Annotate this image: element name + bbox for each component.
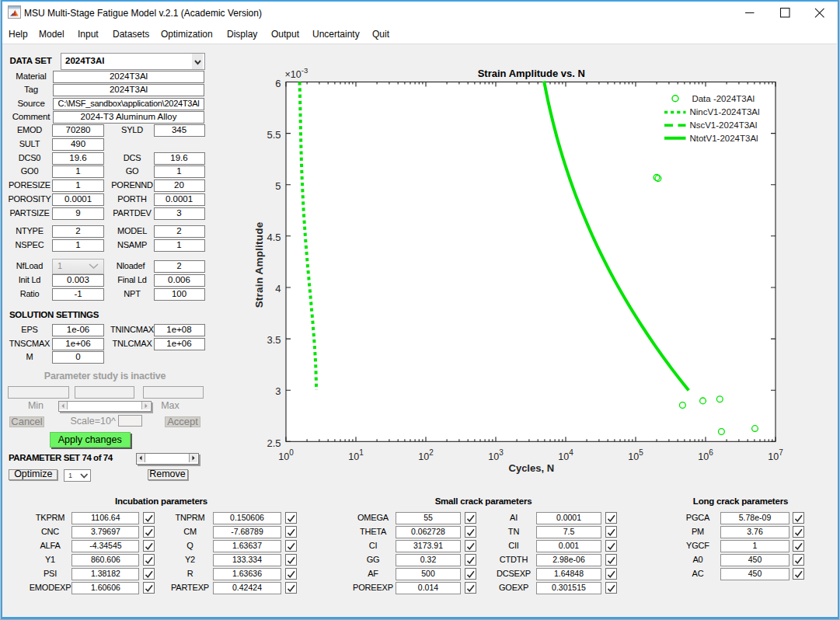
svg-text:5.5: 5.5 <box>267 129 281 141</box>
svg-text:103: 103 <box>488 448 504 462</box>
svg-text:×10-3: ×10-3 <box>285 66 308 80</box>
svg-text:104: 104 <box>558 448 573 462</box>
svg-text:Strain Amplitude vs. N: Strain Amplitude vs. N <box>478 68 585 79</box>
svg-text:Cycles, N: Cycles, N <box>509 462 555 474</box>
svg-text:Data -2024T3Al: Data -2024T3Al <box>692 94 755 103</box>
svg-text:6: 6 <box>275 78 281 89</box>
svg-text:3.5: 3.5 <box>267 334 281 346</box>
svg-text:100: 100 <box>278 448 294 462</box>
svg-text:2.5: 2.5 <box>267 437 281 449</box>
svg-text:106: 106 <box>698 448 713 462</box>
svg-text:NtotV1-2024T3Al: NtotV1-2024T3Al <box>689 134 758 143</box>
svg-text:NscV1-2024T3Al: NscV1-2024T3Al <box>689 120 757 130</box>
svg-text:4: 4 <box>275 283 281 294</box>
svg-text:NincV1-2024T3Al: NincV1-2024T3Al <box>689 107 759 117</box>
svg-text:4.5: 4.5 <box>267 232 281 243</box>
svg-text:3: 3 <box>275 385 281 397</box>
svg-text:105: 105 <box>628 448 643 462</box>
svg-text:Strain Amplitude: Strain Amplitude <box>253 221 265 308</box>
svg-text:101: 101 <box>348 448 364 462</box>
svg-text:5: 5 <box>275 180 281 192</box>
svg-text:107: 107 <box>768 448 783 462</box>
svg-text:102: 102 <box>418 448 434 462</box>
